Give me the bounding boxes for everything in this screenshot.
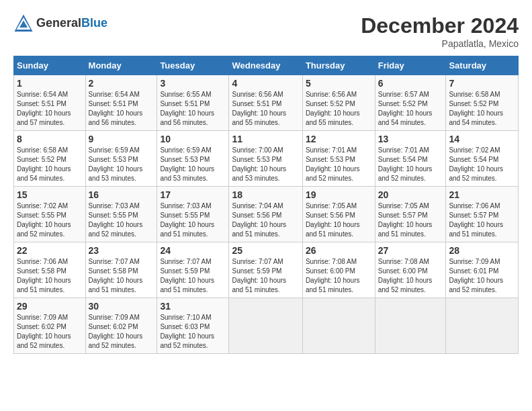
day-number: 26 — [306, 245, 372, 256]
day-number: 3 — [160, 78, 226, 89]
column-header-thursday: Thursday — [302, 56, 375, 75]
day-number: 16 — [89, 189, 154, 200]
calendar-cell: 10Sunrise: 6:59 AM Sunset: 5:53 PM Dayli… — [157, 131, 229, 187]
day-number: 2 — [89, 78, 154, 89]
day-number: 24 — [160, 245, 226, 256]
calendar-cell: 26Sunrise: 7:08 AM Sunset: 6:00 PM Dayli… — [302, 242, 375, 298]
calendar-cell: 15Sunrise: 7:02 AM Sunset: 5:55 PM Dayli… — [14, 187, 86, 242]
calendar-cell: 4Sunrise: 6:56 AM Sunset: 5:51 PM Daylig… — [229, 75, 302, 131]
day-info: Sunrise: 6:57 AM Sunset: 5:52 PM Dayligh… — [378, 90, 443, 128]
calendar-cell: 27Sunrise: 7:08 AM Sunset: 6:00 PM Dayli… — [375, 242, 446, 298]
calendar-header-row: SundayMondayTuesdayWednesdayThursdayFrid… — [14, 56, 519, 75]
day-info: Sunrise: 7:02 AM Sunset: 5:55 PM Dayligh… — [17, 201, 83, 239]
calendar-cell: 11Sunrise: 7:00 AM Sunset: 5:53 PM Dayli… — [229, 131, 302, 187]
day-number: 28 — [449, 245, 515, 256]
day-info: Sunrise: 7:02 AM Sunset: 5:54 PM Dayligh… — [449, 146, 515, 183]
day-number: 29 — [17, 301, 83, 312]
day-info: Sunrise: 7:07 AM Sunset: 5:58 PM Dayligh… — [89, 257, 154, 295]
day-info: Sunrise: 7:06 AM Sunset: 5:58 PM Dayligh… — [17, 257, 83, 295]
calendar-cell: 6Sunrise: 6:57 AM Sunset: 5:52 PM Daylig… — [375, 75, 446, 131]
logo: GeneralBlue — [13, 13, 107, 34]
day-info: Sunrise: 7:05 AM Sunset: 5:56 PM Dayligh… — [306, 201, 372, 239]
logo-icon — [13, 13, 34, 34]
day-info: Sunrise: 7:00 AM Sunset: 5:53 PM Dayligh… — [232, 146, 299, 183]
day-info: Sunrise: 7:08 AM Sunset: 6:00 PM Dayligh… — [306, 257, 372, 295]
calendar-cell: 16Sunrise: 7:03 AM Sunset: 5:55 PM Dayli… — [85, 187, 157, 242]
calendar-cell: 9Sunrise: 6:59 AM Sunset: 5:53 PM Daylig… — [85, 131, 157, 187]
calendar-cell: 18Sunrise: 7:04 AM Sunset: 5:56 PM Dayli… — [229, 187, 302, 242]
day-number: 11 — [232, 134, 299, 144]
day-number: 6 — [378, 78, 443, 89]
day-number: 5 — [306, 78, 372, 89]
calendar-table: SundayMondayTuesdayWednesdayThursdayFrid… — [13, 56, 519, 354]
calendar-cell: 8Sunrise: 6:58 AM Sunset: 5:52 PM Daylig… — [14, 131, 86, 187]
day-number: 1 — [17, 78, 83, 89]
calendar-cell: 24Sunrise: 7:07 AM Sunset: 5:59 PM Dayli… — [157, 242, 229, 298]
calendar-cell: 3Sunrise: 6:55 AM Sunset: 5:51 PM Daylig… — [157, 75, 229, 131]
day-number: 7 — [449, 78, 515, 89]
day-number: 17 — [160, 189, 226, 200]
column-header-wednesday: Wednesday — [229, 56, 302, 75]
day-info: Sunrise: 7:09 AM Sunset: 6:01 PM Dayligh… — [449, 257, 515, 295]
day-number: 30 — [89, 301, 154, 312]
calendar-cell: 29Sunrise: 7:09 AM Sunset: 6:02 PM Dayli… — [14, 298, 86, 354]
calendar-cell: 2Sunrise: 6:54 AM Sunset: 5:51 PM Daylig… — [85, 75, 157, 131]
calendar-cell: 20Sunrise: 7:05 AM Sunset: 5:57 PM Dayli… — [375, 187, 446, 242]
calendar-cell: 21Sunrise: 7:06 AM Sunset: 5:57 PM Dayli… — [446, 187, 519, 242]
day-info: Sunrise: 7:01 AM Sunset: 5:54 PM Dayligh… — [378, 146, 443, 183]
day-number: 12 — [306, 134, 372, 144]
calendar-week-2: 8Sunrise: 6:58 AM Sunset: 5:52 PM Daylig… — [14, 131, 519, 187]
day-number: 9 — [89, 134, 154, 144]
day-info: Sunrise: 6:59 AM Sunset: 5:53 PM Dayligh… — [160, 146, 226, 183]
day-info: Sunrise: 6:59 AM Sunset: 5:53 PM Dayligh… — [89, 146, 154, 183]
day-info: Sunrise: 6:58 AM Sunset: 5:52 PM Dayligh… — [17, 146, 83, 183]
column-header-monday: Monday — [85, 56, 157, 75]
calendar-cell: 17Sunrise: 7:03 AM Sunset: 5:55 PM Dayli… — [157, 187, 229, 242]
calendar-week-5: 29Sunrise: 7:09 AM Sunset: 6:02 PM Dayli… — [14, 298, 519, 354]
column-header-saturday: Saturday — [446, 56, 519, 75]
calendar-week-3: 15Sunrise: 7:02 AM Sunset: 5:55 PM Dayli… — [14, 187, 519, 242]
day-info: Sunrise: 7:01 AM Sunset: 5:53 PM Dayligh… — [306, 146, 372, 183]
calendar-cell: 30Sunrise: 7:09 AM Sunset: 6:02 PM Dayli… — [85, 298, 157, 354]
calendar-cell: 22Sunrise: 7:06 AM Sunset: 5:58 PM Dayli… — [14, 242, 86, 298]
day-info: Sunrise: 7:10 AM Sunset: 6:03 PM Dayligh… — [160, 313, 226, 351]
day-info: Sunrise: 7:03 AM Sunset: 5:55 PM Dayligh… — [89, 201, 154, 239]
calendar-cell — [229, 298, 302, 354]
day-number: 22 — [17, 245, 83, 256]
day-number: 8 — [17, 134, 83, 144]
logo-general: General — [36, 16, 81, 30]
day-number: 13 — [378, 134, 443, 144]
month-title: December 2024 — [361, 13, 519, 38]
day-info: Sunrise: 7:05 AM Sunset: 5:57 PM Dayligh… — [378, 201, 443, 239]
calendar-cell: 1Sunrise: 6:54 AM Sunset: 5:51 PM Daylig… — [14, 75, 86, 131]
calendar-cell: 28Sunrise: 7:09 AM Sunset: 6:01 PM Dayli… — [446, 242, 519, 298]
day-number: 18 — [232, 189, 299, 200]
day-info: Sunrise: 6:55 AM Sunset: 5:51 PM Dayligh… — [160, 90, 226, 128]
location: Papatlatla, Mexico — [361, 38, 519, 49]
day-info: Sunrise: 6:56 AM Sunset: 5:52 PM Dayligh… — [306, 90, 372, 128]
day-number: 15 — [17, 189, 83, 200]
calendar-cell: 23Sunrise: 7:07 AM Sunset: 5:58 PM Dayli… — [85, 242, 157, 298]
calendar-cell — [375, 298, 446, 354]
day-number: 10 — [160, 134, 226, 144]
day-info: Sunrise: 6:54 AM Sunset: 5:51 PM Dayligh… — [89, 90, 154, 128]
day-number: 27 — [378, 245, 443, 256]
calendar-cell — [302, 298, 375, 354]
day-info: Sunrise: 7:08 AM Sunset: 6:00 PM Dayligh… — [378, 257, 443, 295]
column-header-friday: Friday — [375, 56, 446, 75]
calendar-week-4: 22Sunrise: 7:06 AM Sunset: 5:58 PM Dayli… — [14, 242, 519, 298]
calendar-cell: 7Sunrise: 6:58 AM Sunset: 5:52 PM Daylig… — [446, 75, 519, 131]
calendar-cell: 13Sunrise: 7:01 AM Sunset: 5:54 PM Dayli… — [375, 131, 446, 187]
day-info: Sunrise: 7:04 AM Sunset: 5:56 PM Dayligh… — [232, 201, 299, 239]
day-number: 14 — [449, 134, 515, 144]
day-number: 23 — [89, 245, 154, 256]
day-number: 20 — [378, 189, 443, 200]
day-info: Sunrise: 7:06 AM Sunset: 5:57 PM Dayligh… — [449, 201, 515, 239]
day-info: Sunrise: 7:07 AM Sunset: 5:59 PM Dayligh… — [232, 257, 299, 295]
calendar-cell: 5Sunrise: 6:56 AM Sunset: 5:52 PM Daylig… — [302, 75, 375, 131]
day-info: Sunrise: 6:56 AM Sunset: 5:51 PM Dayligh… — [232, 90, 299, 128]
column-header-tuesday: Tuesday — [157, 56, 229, 75]
day-info: Sunrise: 7:09 AM Sunset: 6:02 PM Dayligh… — [17, 313, 83, 351]
day-number: 19 — [306, 189, 372, 200]
column-header-sunday: Sunday — [14, 56, 86, 75]
